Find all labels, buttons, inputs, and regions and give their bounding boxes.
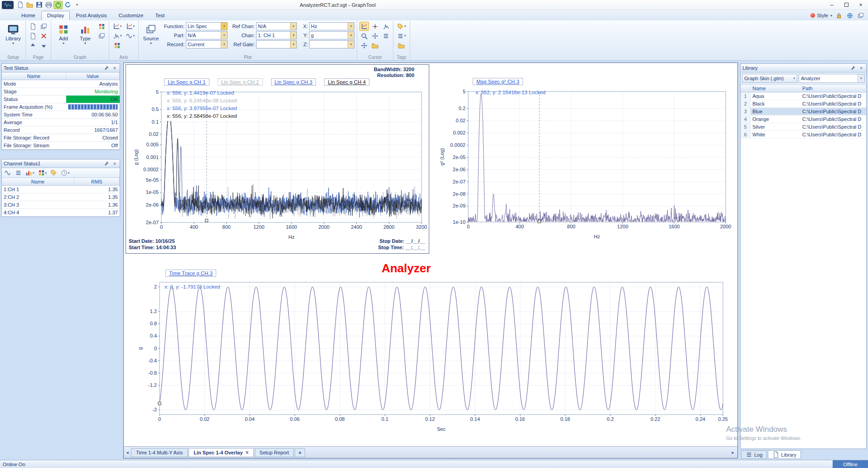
close-panel-icon[interactable]: × (112, 65, 118, 71)
pin-icon[interactable] (850, 65, 856, 71)
minimize-button[interactable]: – (824, 0, 839, 10)
delete-page-icon[interactable] (39, 31, 48, 40)
test-status-row[interactable]: System Time00:06:56.50 (2, 111, 120, 119)
graph-skin-dropdown[interactable]: Graph Skin (.gtm) ▾ (742, 74, 797, 83)
library-row[interactable]: 2BlackC:\Users\Public\Spectral D (741, 100, 866, 108)
column-header-value[interactable]: Value (66, 72, 120, 80)
source-button[interactable]: Source ▾ (141, 22, 161, 54)
dock-tab-log[interactable]: Log (741, 450, 767, 459)
axis-grid-icon[interactable] (112, 41, 123, 50)
close-button[interactable]: × (853, 0, 868, 10)
tag-list-icon[interactable]: ▾ (396, 31, 407, 40)
trace-label[interactable]: Lin Spec g CH 4 (324, 78, 369, 86)
x-axis-settings-icon[interactable]: ▾ (112, 22, 123, 31)
test-status-row[interactable]: File Storage: RecordClosed (2, 134, 120, 142)
autoscale-icon[interactable]: ▾ (112, 31, 123, 40)
pan-cursor-icon[interactable] (370, 31, 380, 40)
customize-quick-access-icon[interactable]: ▾ (73, 1, 82, 9)
scroll-tabs-right-icon[interactable]: ▸ (729, 449, 737, 457)
ribbon-tab-customize[interactable]: Customize (113, 11, 149, 20)
ribbon-tab-post-analysis[interactable]: Post Analysis (70, 11, 112, 20)
test-status-row[interactable]: StatusOK (2, 96, 120, 103)
close-panel-icon[interactable]: × (858, 65, 864, 71)
offline-indicator[interactable]: Offline (833, 460, 868, 468)
channel-status-row[interactable]: 2:CH 21.35 (2, 193, 120, 201)
cursor-list-icon[interactable] (381, 31, 391, 40)
engineering-units-icon[interactable]: ▾ (37, 169, 48, 178)
new-tab-button[interactable]: + (295, 448, 305, 457)
harmonic-cursor-icon[interactable] (359, 22, 369, 31)
alarm-limits-icon[interactable] (49, 169, 58, 178)
plot-refchan-select[interactable]: N/A▾ (256, 22, 297, 30)
plot-x-select[interactable]: Hz▾ (309, 22, 354, 30)
select-plots-icon[interactable] (97, 22, 107, 31)
add-page-icon[interactable] (28, 22, 38, 31)
save-icon[interactable] (34, 1, 44, 9)
close-panel-icon[interactable]: × (112, 160, 118, 167)
add-tag-icon[interactable]: ▾ (396, 22, 407, 31)
help-globe-icon[interactable] (845, 11, 854, 19)
test-status-row[interactable]: StageMonitoring (2, 88, 120, 96)
column-header-name[interactable]: Name (751, 86, 801, 91)
plot-part-select[interactable]: N/A▾ (186, 31, 228, 39)
new-document-icon[interactable] (15, 1, 24, 9)
skin-select[interactable]: Analyzer ▾ (799, 74, 865, 83)
signal-view-icon[interactable] (3, 169, 13, 178)
trace-label[interactable]: Time Trace g CH 3 (165, 270, 216, 277)
dock-tab-library[interactable]: Library (768, 450, 801, 459)
ribbon-tab-display[interactable]: Display (41, 11, 70, 20)
previous-page-icon[interactable] (28, 41, 38, 50)
channel-status-row[interactable]: 1:CH 11.35 (2, 186, 120, 193)
plot-z-select[interactable]: ▾ (309, 40, 354, 48)
library-row[interactable]: 1AquaC:\Users\Public\Spectral D (741, 92, 866, 100)
test-status-row[interactable]: Record1667/1667 (2, 126, 120, 134)
column-header-rms[interactable]: RMS (74, 178, 120, 185)
single-cursor-icon[interactable] (370, 22, 380, 31)
plot-y-select[interactable]: g▾ (309, 31, 354, 39)
open-icon[interactable] (25, 1, 34, 9)
trace-label[interactable]: Lin Spec g CH 3 (271, 78, 316, 86)
add-graph-button[interactable]: Add ▾ (53, 22, 73, 54)
style-button[interactable]: Style (817, 13, 828, 18)
ribbon-tab-home[interactable]: Home (15, 11, 41, 20)
test-status-row[interactable]: Average1/1 (2, 119, 120, 126)
zoom-cursor-icon[interactable] (359, 31, 369, 40)
library-row[interactable]: 4OrangeC:\Users\Public\Spectral D (741, 116, 866, 123)
scroll-tabs-left-icon[interactable]: ◂ (124, 449, 131, 457)
library-row[interactable]: 6WhiteC:\Users\Public\Spectral D (741, 131, 866, 139)
start-measurement-icon[interactable] (53, 1, 63, 9)
page-layout-icon[interactable] (39, 22, 48, 31)
peak-cursor-icon[interactable] (381, 22, 391, 31)
lock-icon[interactable] (834, 11, 844, 19)
close-tab-icon[interactable]: × (246, 449, 249, 456)
copy-page-icon[interactable] (28, 31, 38, 40)
reset-icon[interactable] (63, 1, 72, 9)
test-status-row[interactable]: Frame Acquisition (%) (2, 103, 120, 111)
document-tab[interactable]: Lin Spec 1-4 Overlay× (189, 448, 253, 457)
time-trace-plot[interactable]: 21.20.80.40-0.4-0.8-1.2-200.020.040.060.… (126, 256, 736, 438)
graph-type-button[interactable]: Type ▾ (75, 22, 95, 54)
plot-chan-select[interactable]: 1: CH 1▾ (256, 31, 297, 39)
library-button[interactable]: Library ▾ (3, 22, 23, 54)
plot-refgate-select[interactable]: ▾ (256, 40, 297, 48)
bar-meter-icon[interactable]: ▾ (24, 169, 36, 178)
document-tab[interactable]: Setup Report (255, 448, 294, 457)
channel-status-row[interactable]: 3:CH 31.36 (2, 201, 120, 209)
log-scale-icon[interactable]: ▾ (125, 31, 136, 40)
move-cursor-icon[interactable] (359, 41, 369, 50)
overlay-graphs-icon[interactable] (97, 31, 107, 40)
column-header-name[interactable]: Name (2, 72, 66, 80)
ribbon-tab-test[interactable]: Test (149, 11, 170, 20)
test-status-row[interactable]: ModeAnalysis (2, 80, 120, 88)
library-row[interactable]: 3BlueC:\Users\Public\Spectral D (741, 108, 866, 116)
next-page-icon[interactable] (39, 41, 48, 50)
trace-label[interactable]: Mag Spec g² CH 3 (473, 78, 523, 85)
trace-label[interactable]: Lin Spec g CH 1 (164, 78, 209, 86)
print-icon[interactable] (44, 1, 53, 9)
test-status-row[interactable]: File Storage: StreamOff (2, 142, 120, 150)
pin-icon[interactable] (103, 65, 110, 71)
cursor-folder-icon[interactable] (370, 41, 380, 50)
trace-label[interactable]: Lin Spec g CH 2 (218, 78, 263, 86)
column-header-path[interactable]: Path (801, 86, 866, 91)
app-logo-icon[interactable] (2, 1, 14, 9)
